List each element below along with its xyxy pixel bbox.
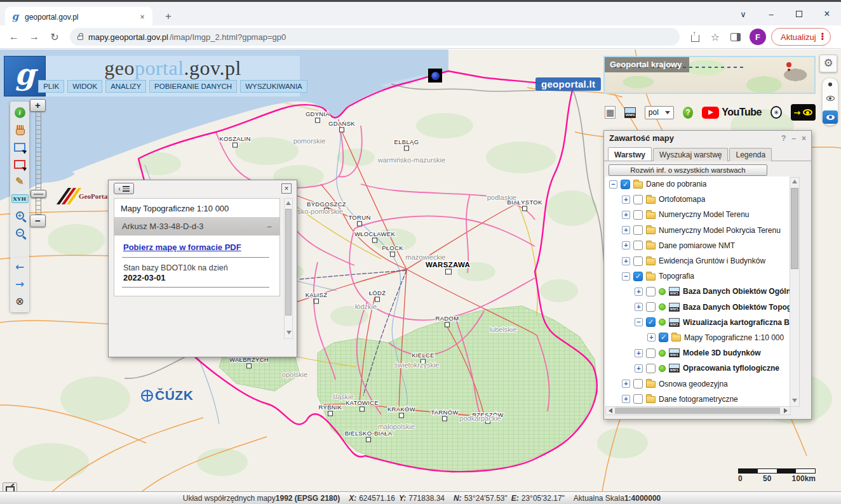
small-eye-icon[interactable] (826, 96, 835, 101)
layer-row[interactable]: −✓Topografia (605, 269, 790, 284)
new-tab-button[interactable]: + (160, 8, 177, 25)
collapse-icon[interactable]: − (622, 272, 630, 281)
draw-tool[interactable]: ✎ (11, 173, 28, 190)
expand-all-button[interactable]: Rozwiń inf. o wszystkich warstwach (609, 164, 767, 176)
layer-row[interactable]: +✓Mapy Topograficzne 1:10 000 (605, 330, 790, 345)
scroll-up-icon[interactable] (286, 201, 291, 205)
layer-checkbox[interactable] (633, 225, 643, 235)
layer-row[interactable]: +Ewidencja Gruntów i Budynków (605, 253, 790, 269)
collapse-icon[interactable]: − (609, 180, 617, 189)
layer-row[interactable]: −✓Dane do pobrania (605, 176, 790, 192)
scroll-down-icon[interactable] (792, 399, 797, 402)
menu-wyszukiwania[interactable]: WYSZUKIWANIA (240, 80, 307, 93)
layer-checkbox[interactable] (633, 195, 643, 204)
window-maximize-button[interactable] (785, 4, 813, 24)
expand-icon[interactable]: + (647, 333, 656, 342)
menu-analizy[interactable]: ANALIZY (105, 80, 146, 93)
forward-icon[interactable]: → (25, 28, 43, 46)
layer-row[interactable]: +Opracowania tyflologiczne (605, 361, 790, 376)
chrome-update-button[interactable]: Aktualizuj ••• (771, 28, 831, 46)
layer-checkbox[interactable]: ✓ (633, 272, 643, 281)
layer-row[interactable]: +Ortofotomapa (605, 192, 790, 207)
scroll-thumb[interactable] (615, 408, 780, 414)
select-blue-tool[interactable] (11, 138, 28, 156)
overview-minimap[interactable]: Geoportal krajowy (603, 56, 816, 94)
share-icon[interactable] (686, 28, 704, 46)
panel-close-icon[interactable]: × (802, 134, 806, 143)
accessibility-icon[interactable]: ✳ (770, 106, 782, 119)
layer-checkbox[interactable] (633, 379, 643, 388)
expand-icon[interactable]: + (622, 226, 630, 234)
layer-row[interactable]: −✓Wizualizacja kartograficzna BDOT10 (605, 315, 790, 330)
panel-horizontal-scrollbar[interactable] (605, 406, 791, 415)
dot-icon[interactable] (828, 83, 832, 86)
expand-icon[interactable]: + (622, 380, 630, 388)
window-minimize-button[interactable]: – (757, 4, 785, 24)
expand-icon[interactable]: + (635, 364, 643, 373)
layers-panel-titlebar[interactable]: Zawartość mapy ? – × (604, 131, 811, 145)
expand-icon[interactable]: + (635, 303, 643, 311)
expand-icon[interactable]: + (622, 241, 630, 249)
layer-row[interactable]: +Numeryczny Model Terenu (605, 207, 790, 222)
layer-row[interactable]: +Numeryczny Model Pokrycia Terenu (605, 223, 790, 238)
layer-checkbox[interactable] (646, 364, 656, 373)
collapse-icon[interactable]: − (635, 318, 643, 326)
layer-checkbox[interactable]: ✓ (646, 317, 656, 327)
identify-tool[interactable]: i (11, 104, 28, 121)
layer-checkbox[interactable] (633, 256, 643, 266)
map-point-marker[interactable] (428, 69, 442, 83)
layer-row[interactable]: +Osnowa geodezyjna (605, 376, 790, 391)
tab-legenda[interactable]: Legenda (729, 148, 772, 161)
blue-eye-button[interactable] (823, 110, 838, 124)
expand-icon[interactable]: + (635, 288, 643, 296)
layer-row[interactable]: +Modele 3D budynków (605, 345, 790, 361)
dialog-scrollbar[interactable] (284, 198, 293, 339)
layer-checkbox[interactable]: ✓ (621, 180, 630, 189)
zoom-out-button[interactable]: − (30, 215, 46, 227)
profile-avatar[interactable]: F (750, 29, 766, 45)
update-menu-dots-icon[interactable]: ••• (821, 33, 824, 41)
tab-warstwy[interactable]: Warstwy (608, 147, 652, 161)
help-icon[interactable]: ? (683, 107, 693, 119)
layer-checkbox[interactable] (633, 241, 643, 250)
menu-plik[interactable]: PLIK (38, 80, 64, 93)
expand-icon[interactable]: + (622, 257, 630, 265)
download-pdf-link[interactable]: Pobierz mapę w formacie PDF (123, 242, 241, 252)
language-select[interactable]: pol (645, 106, 674, 119)
scroll-up-icon[interactable] (792, 180, 797, 183)
dialog-close-icon[interactable]: × (281, 183, 292, 194)
scroll-down-icon[interactable] (286, 331, 292, 335)
layer-checkbox[interactable] (646, 287, 656, 296)
contrast-toggle[interactable]: → (791, 104, 816, 121)
menu-pobieranie-danych[interactable]: POBIERANIE DANYCH (149, 80, 237, 93)
side-panel-icon[interactable] (727, 28, 744, 46)
layer-row[interactable]: +Baza Danych Obiektów Topograficzn (605, 300, 790, 315)
layer-checkbox[interactable] (646, 302, 656, 312)
tab-wyszukaj-warstwę[interactable]: Wyszukaj warstwę (653, 148, 729, 161)
zoom-in-tool[interactable]: + (11, 207, 28, 224)
full-extent-tool[interactable] (11, 241, 28, 258)
expand-icon[interactable]: + (635, 349, 643, 357)
reload-icon[interactable]: ↻ (46, 28, 64, 46)
tab-close-icon[interactable]: × (137, 12, 147, 22)
wms-icon[interactable]: WMS (624, 107, 635, 118)
tab-search-chevron-icon[interactable]: ∨ (729, 4, 757, 24)
layer-row[interactable]: +Dane pomiarowe NMT (605, 238, 790, 253)
expand-icon[interactable]: + (622, 196, 630, 204)
layer-checkbox[interactable] (646, 348, 656, 358)
clear-tool[interactable]: ⊗ (11, 293, 28, 310)
back-icon[interactable]: ← (5, 28, 23, 46)
zoom-slider-track[interactable] (36, 112, 41, 215)
zoom-slider-handle[interactable] (30, 190, 46, 198)
window-close-button[interactable]: × (813, 4, 841, 24)
layer-checkbox[interactable] (633, 394, 643, 404)
next-view-tool[interactable]: → (11, 275, 28, 293)
layer-row[interactable]: +Dane fotogrametryczne (605, 392, 790, 407)
bookmark-star-icon[interactable]: ☆ (706, 28, 724, 46)
settings-gear-icon[interactable]: ⚙ (819, 55, 837, 72)
sheet-header[interactable]: Arkusz M-33-48-D-d-3 − (114, 217, 279, 235)
scroll-thumb[interactable] (791, 188, 798, 269)
scroll-right-icon[interactable] (784, 408, 788, 413)
coordinates-tool[interactable]: XYH (11, 190, 28, 207)
dialog-list-button[interactable]: ‹ (114, 183, 134, 194)
